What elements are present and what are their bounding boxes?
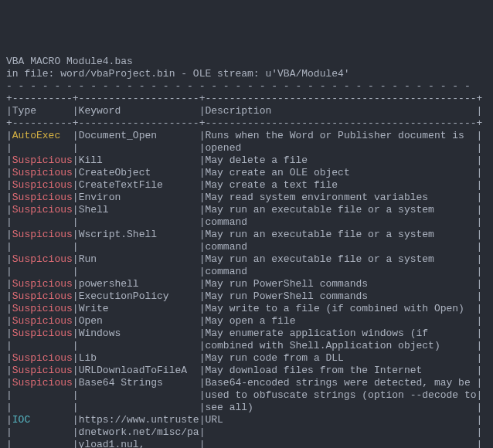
- table-row: | | |opened |: [6, 142, 487, 154]
- type-cell: Suspicious: [12, 167, 73, 178]
- type-cell: Suspicious: [12, 377, 73, 389]
- type-cell: Suspicious: [12, 278, 73, 290]
- type-cell: Suspicious: [12, 229, 73, 240]
- table-border: +----------+--------------------+-------…: [6, 93, 487, 105]
- table-row: |Suspicious|Open |May open a file |: [6, 315, 487, 328]
- table-row: |Suspicious|Write |May write to a file (…: [6, 303, 487, 315]
- type-cell: Suspicious: [12, 192, 73, 203]
- table-row: | | |see all) |: [6, 402, 487, 414]
- table-border: +----------+--------------------+-------…: [6, 117, 487, 130]
- table-row: |Suspicious|CreateTextFile |May create a…: [6, 179, 487, 192]
- table-row: | |dnetwork.net/misc/pa| |: [6, 426, 487, 439]
- dash-separator: - - - - - - - - - - - - - - - - - - - - …: [6, 80, 487, 93]
- table-row: |Suspicious|Windows |May enumerate appli…: [6, 328, 487, 340]
- type-cell: Suspicious: [12, 253, 73, 265]
- table-row: |Suspicious|URLDownloadToFileA |May down…: [6, 365, 487, 377]
- type-cell: Suspicious: [12, 154, 73, 166]
- table-header-row: |Type |Keyword |Description |: [6, 105, 487, 117]
- macro-file-line: in file: word/vbaProject.bin - OLE strea…: [6, 68, 487, 80]
- table-row: |Suspicious|CreateObject |May create an …: [6, 167, 487, 179]
- table-row: |Suspicious|Kill |May delete a file |: [6, 154, 487, 167]
- table-row: |Suspicious|Lib |May run code from a DLL…: [6, 352, 487, 365]
- table-row: |Suspicious|Run |May run an executable f…: [6, 253, 487, 266]
- table-row: | | |command |: [6, 241, 487, 253]
- table-row: |Suspicious|Environ |May read system env…: [6, 192, 487, 204]
- table-row: | |yload1.nul, | |: [6, 439, 487, 448]
- type-cell: Suspicious: [12, 315, 73, 327]
- table-row: |AutoExec |Document_Open |Runs when the …: [6, 130, 487, 142]
- terminal-output: VBA MACRO Module4.basin file: word/vbaPr…: [6, 56, 487, 448]
- type-cell: Suspicious: [12, 303, 73, 314]
- type-cell: Suspicious: [12, 352, 73, 364]
- table-row: | | |combined with Shell.Application obj…: [6, 340, 487, 352]
- table-row: |Suspicious|ExecutionPolicy |May run Pow…: [6, 290, 487, 303]
- type-cell: Suspicious: [12, 365, 73, 376]
- table-row: |Suspicious|Base64 Strings |Base64-encod…: [6, 377, 487, 389]
- table-row: |Suspicious|Shell |May run an executable…: [6, 204, 487, 216]
- type-cell: Suspicious: [12, 328, 73, 339]
- type-cell: Suspicious: [12, 290, 73, 302]
- table-row: | | |command |: [6, 216, 487, 229]
- type-cell: IOC: [12, 414, 73, 426]
- table-row: |Suspicious|Wscript.Shell |May run an ex…: [6, 229, 487, 241]
- table-row: | | |command |: [6, 266, 487, 278]
- type-cell: AutoExec: [12, 130, 73, 141]
- type-cell: Suspicious: [12, 179, 73, 191]
- table-row: |IOC |https://www.untruste|URL |: [6, 414, 487, 426]
- table-row: |Suspicious|powershell |May run PowerShe…: [6, 278, 487, 290]
- macro-header-line: VBA MACRO Module4.bas: [6, 56, 487, 68]
- type-cell: Suspicious: [12, 204, 73, 216]
- table-row: | | |used to obfuscate strings (option -…: [6, 389, 487, 402]
